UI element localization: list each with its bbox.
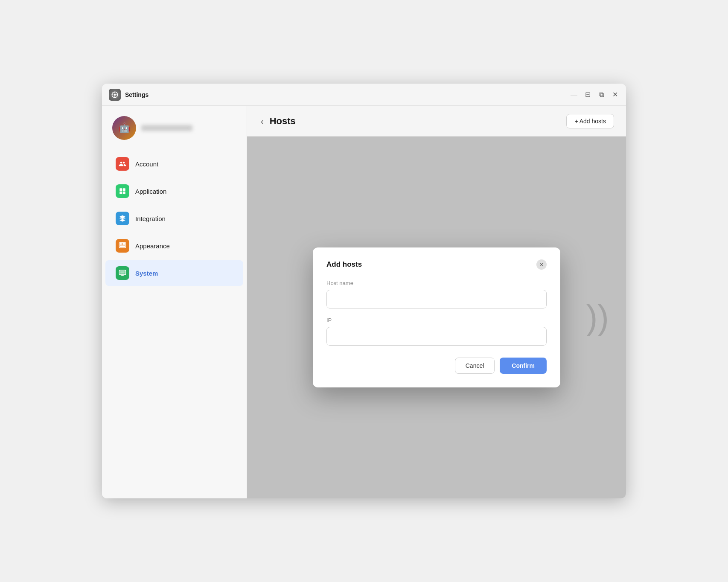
svg-rect-9: [123, 192, 125, 194]
account-icon: [116, 157, 129, 171]
integration-icon: [116, 212, 129, 225]
avatar-image: 🤖: [112, 116, 136, 140]
close-button[interactable]: ✕: [611, 90, 619, 99]
svg-rect-11: [120, 243, 122, 245]
back-button[interactable]: ‹: [259, 115, 265, 127]
modal-footer: Cancel Confirm: [326, 358, 547, 374]
account-label: Account: [135, 160, 158, 168]
svg-rect-17: [121, 275, 125, 276]
modal-title: Add hosts: [326, 260, 362, 269]
svg-rect-16: [121, 275, 124, 276]
confirm-button[interactable]: Confirm: [500, 358, 547, 374]
modal-close-button[interactable]: ×: [536, 259, 547, 270]
integration-label: Integration: [135, 215, 166, 222]
svg-rect-7: [123, 188, 125, 191]
svg-rect-13: [120, 245, 125, 247]
username: [141, 125, 192, 131]
sidebar-item-account[interactable]: Account: [105, 151, 243, 177]
host-name-group: Host name: [326, 280, 547, 308]
window-controls: — ⊟ ⧉ ✕: [570, 90, 619, 99]
settings-window: Settings — ⊟ ⧉ ✕ 🤖 Accoun: [102, 84, 626, 498]
minimize-button[interactable]: —: [570, 90, 578, 99]
sidebar-item-application[interactable]: Application: [105, 178, 243, 204]
host-name-label: Host name: [326, 280, 547, 286]
content-body: )) No hosts added yet Add hosts × Host n…: [247, 137, 626, 498]
ip-group: IP: [326, 317, 547, 346]
appearance-label: Appearance: [135, 242, 170, 250]
sidebar: 🤖 Account: [102, 106, 247, 498]
window-title: Settings: [125, 91, 570, 98]
add-hosts-button[interactable]: + Add hosts: [566, 114, 614, 128]
avatar: 🤖: [112, 116, 136, 140]
app-icon: [109, 89, 121, 101]
modal-header: Add hosts ×: [326, 259, 547, 270]
modal-overlay: Add hosts × Host name IP Cancel: [247, 137, 626, 498]
system-icon: [116, 266, 129, 280]
system-label: System: [135, 270, 158, 277]
sidebar-item-appearance[interactable]: Appearance: [105, 233, 243, 259]
application-label: Application: [135, 188, 166, 195]
title-bar: Settings — ⊟ ⧉ ✕: [102, 84, 626, 106]
sidebar-item-system[interactable]: System: [105, 260, 243, 286]
svg-rect-6: [119, 188, 122, 191]
appearance-icon: [116, 239, 129, 253]
ip-input[interactable]: [326, 327, 547, 346]
maximize-button[interactable]: ⊟: [583, 90, 592, 99]
host-name-input[interactable]: [326, 290, 547, 308]
application-icon: [116, 184, 129, 198]
user-section: 🤖: [102, 113, 247, 150]
svg-rect-8: [119, 192, 122, 194]
external-button[interactable]: ⧉: [597, 90, 606, 99]
svg-rect-12: [122, 243, 125, 245]
content-area: ‹ Hosts + Add hosts )) No hosts added ye…: [247, 106, 626, 498]
page-title: Hosts: [270, 116, 562, 127]
content-header: ‹ Hosts + Add hosts: [247, 106, 626, 137]
sidebar-item-integration[interactable]: Integration: [105, 206, 243, 231]
main-layout: 🤖 Account: [102, 106, 626, 498]
cancel-button[interactable]: Cancel: [455, 358, 495, 374]
svg-point-1: [114, 93, 116, 96]
add-hosts-modal: Add hosts × Host name IP Cancel: [313, 247, 560, 387]
ip-label: IP: [326, 317, 547, 323]
svg-rect-15: [120, 271, 125, 274]
